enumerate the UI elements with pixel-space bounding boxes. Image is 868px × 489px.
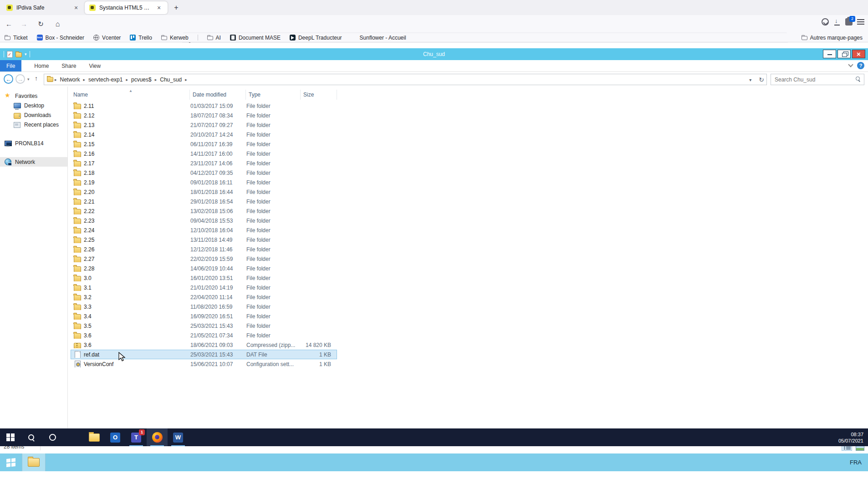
search-taskbar-button[interactable]: [21, 428, 42, 446]
ribbon-tab-share[interactable]: Share: [55, 60, 82, 71]
bookmark-item[interactable]: Vcenter: [93, 35, 121, 41]
firefox-taskbar-button[interactable]: [147, 428, 168, 446]
pane-divider[interactable]: [67, 87, 68, 440]
downloads-icon[interactable]: [833, 18, 841, 25]
search-box[interactable]: [771, 74, 864, 85]
file-row[interactable]: 2.23 09/04/2018 15:53 File folder: [71, 216, 337, 225]
breadcrumb-item[interactable]: Network: [57, 76, 83, 83]
back-icon[interactable]: [3, 18, 15, 30]
bookmark-item[interactable]: Box - Schneider: [37, 35, 84, 41]
file-row[interactable]: 2.11 01/03/2017 15:09 File folder: [71, 101, 337, 111]
sidebar-item-pronlb14[interactable]: PRONLB14: [0, 138, 67, 148]
pocket-icon[interactable]: [822, 18, 829, 25]
search-input[interactable]: [774, 75, 851, 84]
file-row[interactable]: 2.17 23/11/2017 14:06 File folder: [71, 158, 337, 168]
bookmark-item[interactable]: AI: [207, 35, 221, 41]
file-row[interactable]: 2.14 20/10/2017 14:24 File folder: [71, 130, 337, 139]
qat-dropdown-icon[interactable]: [25, 52, 27, 56]
explorer-forward-button[interactable]: [15, 74, 25, 84]
file-row[interactable]: 3.4 16/09/2020 16:51 File folder: [71, 311, 337, 321]
taskbar-clock[interactable]: 08:37 05/07/2021: [838, 428, 863, 446]
file-row[interactable]: 2.18 04/12/2017 09:35 File folder: [71, 168, 337, 178]
breadcrumb-item[interactable]: Chu_sud: [157, 76, 184, 83]
file-row[interactable]: 3.6 21/05/2021 07:34 File folder: [71, 331, 337, 340]
remote-language-indicator[interactable]: FRA: [850, 453, 862, 471]
address-box[interactable]: Network servtech-exp1 pcvues$ Chu_sud: [44, 74, 767, 85]
breadcrumb-item[interactable]: pcvues$: [128, 76, 154, 83]
sidebar-item-network[interactable]: Network: [0, 157, 67, 167]
browser-tab[interactable]: IPdiva Safe: [2, 1, 85, 14]
breadcrumb-arrow-icon[interactable]: [184, 77, 188, 82]
file-row[interactable]: 3.0 16/01/2020 13:51 File folder: [71, 273, 337, 283]
file-row[interactable]: ref.dat 25/03/2021 15:43 DAT File 1 KB: [71, 350, 337, 359]
file-row[interactable]: VersionConf 15/06/2021 10:07 Configurati…: [71, 359, 337, 369]
explorer-back-button[interactable]: [4, 74, 13, 84]
expand-ribbon-icon[interactable]: [848, 62, 853, 67]
sidebar-item-downloads[interactable]: Downloads: [0, 110, 67, 120]
sidebar-item-desktop[interactable]: Desktop: [0, 101, 67, 110]
file-row[interactable]: 2.13 21/07/2017 09:27 File folder: [71, 120, 337, 130]
teams-taskbar-button[interactable]: 1: [126, 428, 147, 446]
file-row[interactable]: 2.25 13/11/2018 14:49 File folder: [71, 235, 337, 244]
new-tab-button[interactable]: [170, 2, 182, 14]
file-row[interactable]: 2.15 06/11/2017 16:39 File folder: [71, 139, 337, 149]
bookmark-item[interactable]: Sunflower - Accueil: [351, 35, 406, 41]
new-folder-icon[interactable]: [15, 52, 22, 57]
refresh-icon[interactable]: [759, 76, 764, 83]
ribbon-tab-file[interactable]: File: [0, 60, 21, 71]
column-header-size[interactable]: Size: [301, 90, 337, 100]
menu-icon[interactable]: [857, 19, 864, 25]
breadcrumb-item[interactable]: servtech-exp1: [86, 76, 125, 83]
minimize-button[interactable]: [823, 50, 836, 58]
file-row[interactable]: 3.3 11/08/2020 16:59 File folder: [71, 302, 337, 311]
ribbon-tab-home[interactable]: Home: [28, 60, 55, 71]
column-header-date[interactable]: Date modified: [190, 90, 246, 100]
ribbon-tab-view[interactable]: View: [82, 60, 107, 71]
bookmark-item[interactable]: Ticket: [5, 35, 28, 41]
bookmark-item[interactable]: Kerweb: [161, 35, 189, 41]
help-icon[interactable]: [857, 62, 864, 69]
properties-icon[interactable]: [7, 51, 13, 58]
home-icon[interactable]: [51, 18, 64, 30]
up-one-level-icon[interactable]: [35, 75, 38, 82]
task-view-taskbar-button[interactable]: [63, 428, 84, 446]
file-row[interactable]: 2.21 29/01/2018 16:54 File folder: [71, 197, 337, 206]
file-explorer-taskbar-button[interactable]: [84, 428, 105, 446]
file-row[interactable]: 2.28 14/06/2019 10:44 File folder: [71, 264, 337, 273]
tab-close-icon[interactable]: [72, 4, 80, 12]
extensions-icon[interactable]: 2: [845, 18, 853, 25]
sidebar-item-favorites[interactable]: Favorites: [0, 91, 67, 101]
file-row[interactable]: 2.20 18/01/2018 16:44 File folder: [71, 187, 337, 197]
file-row[interactable]: 3.1 21/01/2020 14:19 File folder: [71, 283, 337, 292]
remote-start-button[interactable]: [0, 453, 22, 471]
cortana-taskbar-button[interactable]: [42, 428, 63, 446]
file-row[interactable]: 3.5 25/03/2021 15:43 File folder: [71, 321, 337, 331]
file-row[interactable]: 2.16 14/11/2017 16:00 File folder: [71, 149, 337, 158]
sidebar-item-recent-places[interactable]: Recent places: [0, 120, 67, 129]
tab-close-icon[interactable]: [155, 4, 163, 12]
start-taskbar-button[interactable]: [0, 428, 21, 446]
file-row[interactable]: 2.12 18/07/2017 08:34 File folder: [71, 111, 337, 120]
bookmark-item[interactable]: Trello: [130, 35, 152, 41]
close-button[interactable]: [852, 50, 865, 58]
reload-icon[interactable]: [35, 18, 47, 30]
browser-tab[interactable]: Systancia HTML5 client: [85, 1, 168, 14]
file-row[interactable]: 2.27 22/02/2019 15:59 File folder: [71, 254, 337, 264]
bookmark-item[interactable]: DeepL Traducteur: [290, 35, 342, 41]
recent-locations-icon[interactable]: [27, 77, 30, 82]
file-row[interactable]: 2.22 13/02/2018 15:06 File folder: [71, 206, 337, 216]
file-row[interactable]: 3.6 18/06/2021 09:03 Compressed (zipp...…: [71, 340, 337, 350]
column-header-type[interactable]: Type: [246, 90, 301, 100]
bookmark-item[interactable]: Document MASE: [230, 35, 281, 41]
explorer-title-bar[interactable]: Chu_sud: [0, 48, 868, 60]
file-row[interactable]: 2.24 12/10/2018 16:04 File folder: [71, 225, 337, 235]
word-taskbar-button[interactable]: [168, 428, 189, 446]
file-row[interactable]: 2.19 09/01/2018 16:11 File folder: [71, 178, 337, 187]
restore-button[interactable]: [837, 50, 851, 58]
file-row[interactable]: 3.2 22/04/2020 11:14 File folder: [71, 292, 337, 302]
forward-icon[interactable]: [18, 18, 30, 30]
search-icon[interactable]: [856, 76, 860, 81]
address-dropdown-icon[interactable]: [749, 76, 751, 83]
bookmarks-overflow[interactable]: Autres marque-pages: [802, 35, 863, 41]
outlook-taskbar-button[interactable]: [105, 428, 126, 446]
